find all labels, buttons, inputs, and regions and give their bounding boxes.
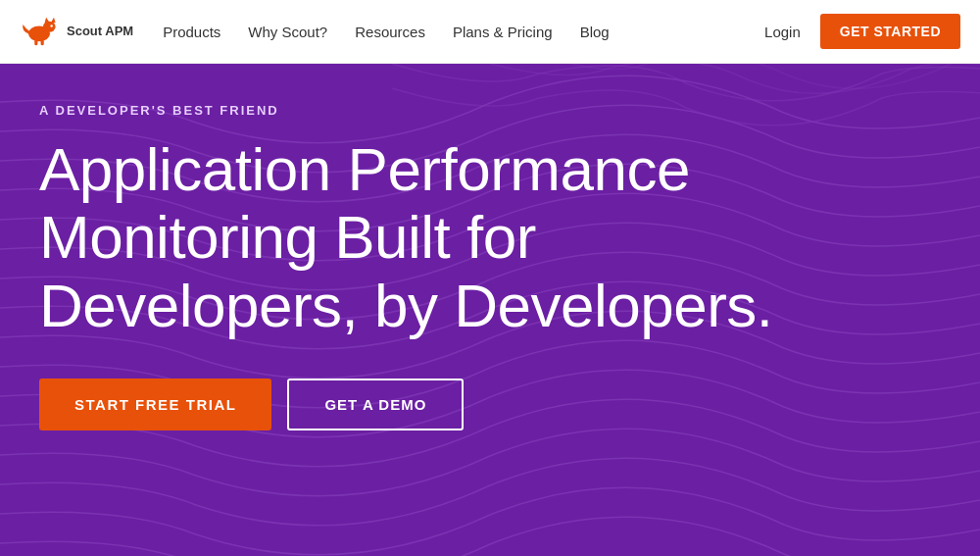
logo[interactable]: Scout APM bbox=[20, 17, 133, 46]
svg-point-6 bbox=[50, 25, 52, 26]
svg-point-1 bbox=[43, 22, 56, 32]
svg-marker-2 bbox=[45, 18, 50, 24]
svg-rect-4 bbox=[34, 40, 37, 46]
svg-marker-3 bbox=[51, 18, 56, 24]
hero-title: Application Performance Monitoring Built… bbox=[39, 135, 804, 339]
get-a-demo-button[interactable]: GET A DEMO bbox=[287, 379, 464, 430]
logo-icon bbox=[20, 17, 59, 46]
nav-why-scout[interactable]: Why Scout? bbox=[248, 24, 327, 40]
navbar: Scout APM Products Why Scout? Resources … bbox=[0, 0, 980, 64]
hero-section: .wave-line { fill: none; stroke: #9b59d0… bbox=[0, 64, 980, 556]
nav-products[interactable]: Products bbox=[163, 24, 220, 40]
nav-links: Products Why Scout? Resources Plans & Pr… bbox=[163, 24, 764, 40]
hero-buttons: START FREE TRIAL GET A DEMO bbox=[39, 379, 941, 430]
start-free-trial-button[interactable]: START FREE TRIAL bbox=[39, 379, 271, 430]
logo-text: Scout APM bbox=[67, 24, 133, 39]
login-link[interactable]: Login bbox=[764, 24, 801, 40]
nav-plans-pricing[interactable]: Plans & Pricing bbox=[453, 24, 553, 40]
svg-rect-5 bbox=[41, 40, 44, 46]
get-started-button[interactable]: GET STARTED bbox=[820, 14, 960, 49]
hero-eyebrow: A DEVELOPER'S BEST FRIEND bbox=[39, 103, 941, 118]
nav-resources[interactable]: Resources bbox=[355, 24, 425, 40]
nav-right: Login GET STARTED bbox=[764, 14, 960, 49]
nav-blog[interactable]: Blog bbox=[580, 24, 610, 40]
